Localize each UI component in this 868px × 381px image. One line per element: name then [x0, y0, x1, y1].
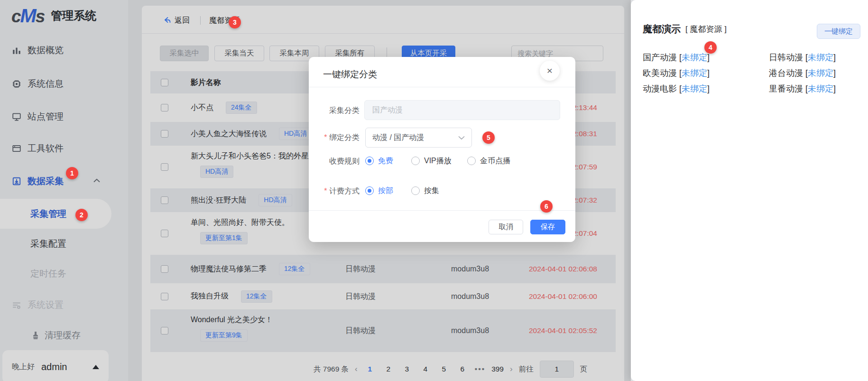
step-badge-4: 4 — [704, 41, 717, 54]
unbound-link[interactable]: 未绑定 — [808, 84, 833, 93]
radio-icon — [365, 157, 374, 165]
fee-option-free[interactable]: 免费 — [365, 156, 393, 166]
drawer-subtitle: [ 魔都资源 ] — [685, 24, 727, 35]
step-badge-1: 1 — [66, 167, 78, 179]
billing-option-per-episode[interactable]: 按集 — [411, 186, 439, 196]
collect-category-label: 采集分类 — [309, 106, 360, 116]
chevron-down-icon — [458, 136, 465, 140]
dialog-footer-divider — [309, 210, 575, 211]
drawer-title: 魔都演示 — [643, 23, 681, 36]
radio-icon — [411, 157, 420, 165]
cancel-button[interactable]: 取消 — [489, 220, 523, 234]
radio-icon — [365, 186, 374, 195]
unbound-link[interactable]: 未绑定 — [682, 53, 707, 62]
bind-category-dialog: 一键绑定分类 × 采集分类 绑定分类 动漫 / 国产动漫 收费规则 免费 VIP… — [309, 57, 575, 242]
dialog-title: 一键绑定分类 — [323, 68, 377, 81]
fee-option-vip[interactable]: VIP播放 — [411, 156, 452, 166]
unbound-link[interactable]: 未绑定 — [808, 53, 833, 62]
category-binding-item: 欧美动漫 [未绑定] — [643, 67, 769, 79]
category-binding-item: 国产动漫 [未绑定] — [643, 52, 769, 63]
category-binding-item: 动漫电影 [未绑定] — [643, 83, 769, 94]
radio-icon — [411, 186, 420, 195]
billing-mode-label: 计费方式 — [309, 186, 360, 196]
dialog-header-divider — [309, 87, 575, 87]
app-screen: cMs 管理系统 数据概览 系统信息 站点管理 工具软件 数据采集 采集管理 采… — [0, 0, 868, 381]
step-badge-6: 6 — [540, 200, 553, 213]
bind-category-select[interactable]: 动漫 / 国产动漫 — [365, 128, 472, 148]
step-badge-2: 2 — [75, 209, 88, 221]
category-binding-item: 里番动漫 [未绑定] — [769, 83, 856, 94]
unbound-link[interactable]: 未绑定 — [808, 68, 833, 78]
unbound-link[interactable]: 未绑定 — [682, 68, 707, 78]
billing-option-per-series[interactable]: 按部 — [365, 186, 393, 196]
category-binding-list: 国产动漫 [未绑定] 日韩动漫 [未绑定] 欧美动漫 [未绑定] 港台动漫 [未… — [643, 49, 856, 96]
step-badge-5: 5 — [482, 131, 495, 144]
binding-drawer: 魔都演示 [ 魔都资源 ] 一键绑定 国产动漫 [未绑定] 日韩动漫 [未绑定]… — [631, 0, 868, 381]
close-icon[interactable]: × — [540, 61, 560, 81]
fee-rule-label: 收费规则 — [309, 157, 360, 167]
category-binding-item: 日韩动漫 [未绑定] — [769, 52, 856, 63]
one-click-bind-button[interactable]: 一键绑定 — [817, 24, 860, 39]
fee-option-coin[interactable]: 金币点播 — [467, 156, 510, 166]
step-badge-3: 3 — [229, 16, 241, 28]
unbound-link[interactable]: 未绑定 — [682, 84, 707, 93]
bind-category-label: 绑定分类 — [309, 133, 360, 143]
collect-category-input — [364, 100, 560, 120]
category-binding-item: 港台动漫 [未绑定] — [769, 67, 856, 79]
radio-icon — [467, 157, 476, 165]
save-button[interactable]: 保存 — [530, 220, 565, 234]
